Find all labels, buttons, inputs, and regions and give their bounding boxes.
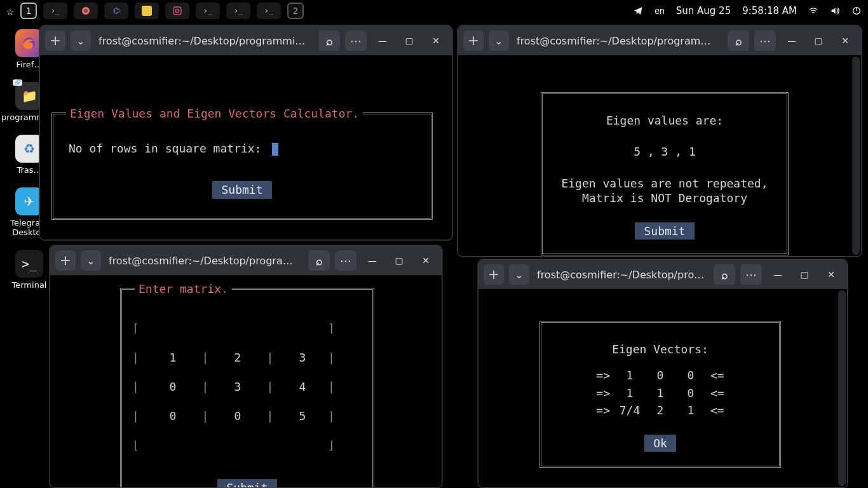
desktop-trash-label: Tras…	[17, 165, 41, 175]
menu-icon[interactable]	[345, 30, 367, 51]
maximize-button[interactable]	[388, 250, 410, 271]
matrix-grid: 1| 2| 3 0| 3| 4 0| 0| 5	[132, 314, 362, 460]
desktop-terminal-label: Terminal	[12, 280, 47, 290]
eigenvalue-line2: Matrix is NOT Derogatory	[558, 191, 771, 205]
menu-icon[interactable]	[740, 264, 762, 285]
scrollbar[interactable]	[838, 290, 846, 486]
matrix-cell[interactable]: 0	[212, 409, 263, 423]
terminal-window-3: frost@cosmifier:~/Desktop/programming/py…	[458, 25, 862, 257]
close-button[interactable]	[820, 264, 842, 285]
tab-menu-button[interactable]	[81, 250, 101, 271]
minimize-button[interactable]	[372, 30, 393, 51]
keyboard-lang[interactable]: en	[654, 6, 665, 16]
close-button[interactable]	[425, 30, 447, 51]
close-button[interactable]	[415, 250, 437, 271]
terminal-window-4: frost@cosmifier:~/Desktop/progra… Eigen …	[478, 259, 848, 488]
matrix-cell[interactable]: 5	[277, 409, 328, 423]
maximize-button[interactable]	[398, 30, 420, 51]
clock-date: Sun Aug 25	[676, 5, 731, 17]
search-icon[interactable]	[728, 30, 749, 51]
desktop-firefox-label: Firef…	[17, 60, 43, 69]
wifi-icon[interactable]	[808, 6, 818, 16]
taskbar-instagram-icon[interactable]	[165, 3, 189, 19]
matrix-cell[interactable]: 4	[277, 379, 328, 394]
tab-menu-button[interactable]	[71, 30, 91, 51]
titlebar[interactable]: frost@cosmifier:~/Desktop/programming/p…	[40, 26, 452, 55]
desktop-terminal[interactable]: >_ Terminal	[4, 250, 55, 290]
taskbar-terminal-2-icon[interactable]: ›_	[196, 3, 220, 19]
titlebar[interactable]: frost@cosmifier:~/Desktop/programming/py…	[458, 26, 861, 55]
matrix-cell[interactable]: 2	[212, 350, 263, 365]
minimize-button[interactable]	[362, 250, 383, 271]
eigenvector-rows: => 1 0 0 <= => 1 1 0 <= =>	[554, 368, 766, 417]
search-icon[interactable]	[318, 30, 340, 51]
eigenvector-ok-button[interactable]: Ok	[644, 435, 676, 452]
calc-title: Eigen Values and Eigen Vectors Calculato…	[66, 106, 363, 121]
titlebar[interactable]: frost@cosmifier:~/Desktop/programmi…	[50, 246, 442, 275]
new-tab-button[interactable]	[484, 264, 504, 285]
svg-point-1	[84, 9, 88, 13]
workspace-2[interactable]: 2	[287, 3, 304, 19]
matrix-cell[interactable]: 3	[212, 379, 263, 394]
eigenvector-frame: Eigen Vectors: => 1 0 0 <= => 1 1 0 <=	[539, 321, 781, 468]
volume-icon[interactable]	[830, 6, 840, 16]
new-tab-button[interactable]	[55, 250, 76, 271]
calc-prompt: No of rows in square matrix:	[69, 142, 261, 155]
telegram-tray-icon[interactable]	[633, 6, 643, 16]
close-button[interactable]	[834, 30, 856, 51]
text-cursor[interactable]	[272, 143, 278, 156]
eigenvalue-values: 5 , 3 , 1	[558, 144, 771, 159]
window-title: frost@cosmifier:~/Desktop/programming/p…	[96, 35, 313, 47]
calc-frame: Eigen Values and Eigen Vectors Calculato…	[51, 112, 433, 220]
search-icon[interactable]	[308, 250, 330, 271]
minimize-button[interactable]	[767, 264, 789, 285]
tab-menu-button[interactable]	[509, 264, 529, 285]
workspace-1[interactable]: 1	[20, 3, 37, 19]
new-tab-button[interactable]	[45, 30, 65, 51]
taskbar-notes-icon[interactable]	[135, 3, 159, 19]
titlebar[interactable]: frost@cosmifier:~/Desktop/progra…	[478, 260, 847, 289]
clock-time: 9:58:18 AM	[742, 5, 797, 17]
minimize-button[interactable]	[781, 30, 803, 51]
svg-point-3	[175, 9, 179, 12]
taskbar-terminal-4-icon[interactable]: ›_	[257, 3, 281, 19]
new-tab-button[interactable]	[463, 30, 484, 51]
window-title: frost@cosmifier:~/Desktop/programmi…	[106, 255, 303, 267]
eigenvector-row: => 1 1 0 <=	[554, 386, 766, 400]
star-icon[interactable]	[6, 3, 14, 18]
svg-rect-2	[173, 7, 181, 15]
eigenvector-heading: Eigen Vectors:	[554, 342, 766, 356]
matrix-cell[interactable]: 3	[277, 350, 328, 365]
eigenvector-row: => 1 0 0 <=	[554, 368, 766, 383]
maximize-button[interactable]	[808, 30, 829, 51]
matrix-cell[interactable]: 1	[147, 350, 198, 365]
taskbar-vscode-icon[interactable]: ⌬	[104, 3, 128, 19]
taskbar-firefox-icon[interactable]	[74, 3, 98, 19]
eigenvalue-frame: Eigen values are: 5 , 3 , 1 Eigen values…	[541, 92, 789, 255]
matrix-cell[interactable]: 0	[147, 379, 198, 394]
search-icon[interactable]	[714, 264, 735, 285]
eigenvalue-line1: Eigen values are not repeated,	[558, 176, 771, 191]
scrollbar[interactable]	[852, 57, 860, 255]
topbar: 1 ›_ ⌬ ›_ ›_ ›_ 2 en Sun Aug 25 9:58:18 …	[0, 0, 868, 22]
calc-submit-button[interactable]: Submit	[212, 181, 271, 198]
menu-icon[interactable]	[335, 250, 356, 271]
taskbar-terminal-3-icon[interactable]: ›_	[226, 3, 250, 19]
window-title: frost@cosmifier:~/Desktop/programming/py…	[514, 35, 722, 47]
terminal-window-2: frost@cosmifier:~/Desktop/programmi… Ent…	[50, 245, 442, 488]
matrix-submit-button[interactable]: Submit	[217, 479, 276, 488]
matrix-frame: Enter matrix. 1| 2| 3 0| 3| 4 0|	[120, 288, 374, 488]
maximize-button[interactable]	[794, 264, 815, 285]
taskbar-terminal-icon[interactable]: ›_	[43, 3, 67, 19]
eigenvalue-submit-button[interactable]: Submit	[635, 222, 694, 240]
menu-icon[interactable]	[754, 30, 776, 51]
eigenvalue-heading: Eigen values are:	[558, 113, 771, 128]
power-icon[interactable]	[851, 6, 862, 16]
matrix-title: Enter matrix.	[135, 281, 232, 296]
tab-menu-button[interactable]	[489, 30, 509, 51]
eigenvector-row: => 7/4 2 1 <=	[554, 403, 766, 417]
terminal-window-1: frost@cosmifier:~/Desktop/programming/p……	[39, 25, 452, 240]
matrix-cell[interactable]: 0	[147, 409, 198, 423]
window-title: frost@cosmifier:~/Desktop/progra…	[534, 269, 709, 281]
